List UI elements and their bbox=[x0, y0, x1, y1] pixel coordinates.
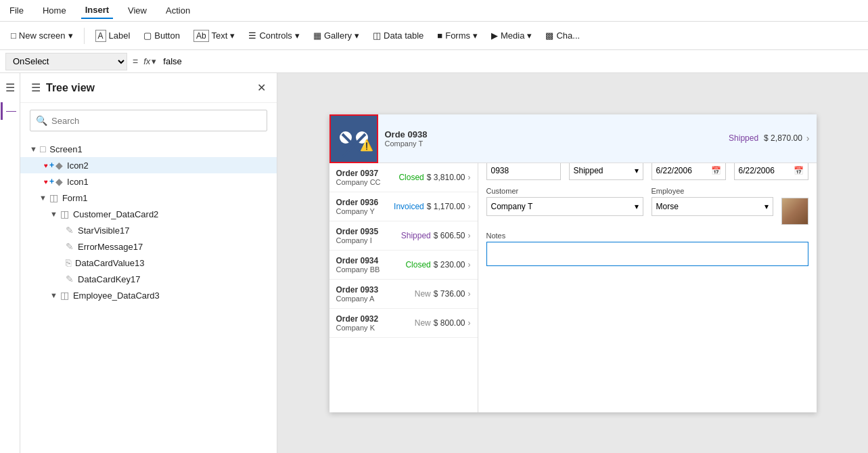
order-list-item-0936[interactable]: Order 0936 Company Y Invoiced $ 1,170.00… bbox=[329, 192, 478, 221]
employee-expand-icon: ▼ bbox=[50, 291, 58, 299]
warning-triangle-icon: ⚠️ bbox=[360, 139, 373, 152]
order-status-0936: Invoiced bbox=[394, 202, 424, 211]
menu-view[interactable]: View bbox=[124, 3, 151, 18]
forms-chevron-icon: ▾ bbox=[473, 30, 478, 41]
badge-heart-icon: ♥ bbox=[44, 162, 48, 169]
tree-item-datacardvalue13[interactable]: ⎘ DataCardValue13 bbox=[20, 255, 277, 271]
order-amount-0935: $ 606.50 bbox=[434, 231, 465, 240]
customer-control[interactable]: Company T ▾ bbox=[486, 197, 643, 216]
order-chevron-0934: › bbox=[468, 260, 471, 269]
tree-item-customer-datacard2[interactable]: ▼ ◫ Customer_DataCard2 bbox=[20, 206, 277, 222]
employee-photo bbox=[781, 198, 808, 225]
status-chevron-icon: ▾ bbox=[635, 166, 639, 175]
main-area: ☰ ⸻ ☰ Tree view ✕ 🔍 ▼ □ Screen1 bbox=[0, 73, 868, 453]
paid-date-control[interactable]: 6/22/2006 📅 bbox=[734, 161, 808, 180]
layers-icon[interactable]: ⸻ bbox=[1, 102, 19, 120]
menu-bar: File Home Insert View Action bbox=[0, 0, 868, 22]
tree-item-icon2[interactable]: ♥ + ◆ Icon2 bbox=[20, 157, 277, 173]
search-input[interactable] bbox=[51, 116, 261, 126]
tree-view: ▼ □ Screen1 ♥ + ◆ Icon2 ♥ + bbox=[20, 138, 277, 453]
data-table-button[interactable]: ◫ Data table bbox=[367, 28, 429, 43]
order-status-control[interactable]: Shipped ▾ bbox=[569, 161, 643, 180]
notes-input[interactable] bbox=[486, 242, 808, 266]
selected-icon-overlay: ⚠️ bbox=[329, 114, 378, 163]
paid-calendar-icon: 📅 bbox=[794, 166, 804, 175]
order-chevron-0933: › bbox=[468, 289, 471, 299]
tree-item-errormessage17[interactable]: ✎ ErrorMessage17 bbox=[20, 238, 277, 255]
selected-order-company: Company T bbox=[385, 139, 729, 148]
gallery-button[interactable]: ▦ Gallery ▾ bbox=[308, 28, 365, 43]
order-amount-0936: $ 1,170.00 bbox=[427, 202, 465, 211]
order-list-item-0937[interactable]: Order 0937 Company CC Closed $ 3,810.00 … bbox=[329, 163, 478, 192]
formula-select[interactable]: OnSelect bbox=[5, 53, 127, 70]
screen-icon: □ bbox=[40, 144, 45, 154]
customer-chevron-icon: ▾ bbox=[635, 202, 639, 211]
order-status-0937: Closed bbox=[398, 173, 424, 182]
badge-plus-icon: + bbox=[49, 160, 54, 170]
formula-bar: OnSelect = fx ▾ bbox=[0, 50, 868, 73]
charts-icon: ▩ bbox=[545, 30, 553, 41]
tree-item-employee-datacard3[interactable]: ▼ ◫ Employee_DataCard3 bbox=[20, 287, 277, 303]
customer-expand-icon: ▼ bbox=[50, 210, 58, 218]
order-chevron-0937: › bbox=[468, 173, 471, 182]
badge-plus2-icon: + bbox=[49, 177, 54, 186]
sidebar: ☰ Tree view ✕ 🔍 ▼ □ Screen1 ♥ + bbox=[20, 73, 277, 453]
hamburger-icon[interactable]: ☰ bbox=[3, 79, 18, 97]
datacardkey-icon: ✎ bbox=[66, 274, 74, 284]
icon1-icon: ◆ bbox=[55, 176, 63, 187]
button-button[interactable]: ▢ Button bbox=[138, 28, 185, 43]
menu-insert[interactable]: Insert bbox=[81, 2, 113, 19]
form-field-customer: Customer Company T ▾ bbox=[486, 187, 643, 225]
label-icon: A bbox=[95, 30, 106, 42]
selected-order-row[interactable]: Orde 0938 Company T Shipped $ 2,870.00 › bbox=[378, 114, 817, 163]
tree-item-form1[interactable]: ▼ ◫ Form1 bbox=[20, 190, 277, 206]
search-icon: 🔍 bbox=[36, 115, 47, 126]
icon2-badge: ♥ + bbox=[44, 160, 54, 170]
order-chevron-0932: › bbox=[468, 318, 471, 328]
badge-heart2-icon: ♥ bbox=[44, 178, 48, 186]
menu-action[interactable]: Action bbox=[162, 3, 194, 18]
controls-button[interactable]: ☰ Controls ▾ bbox=[243, 28, 304, 43]
form-field-notes: Notes bbox=[486, 232, 808, 268]
order-list-item-0934[interactable]: Order 0934 Company BB Closed $ 230.00 › bbox=[329, 251, 478, 280]
gallery-icon: ▦ bbox=[313, 30, 321, 41]
controls-icon: ☰ bbox=[248, 30, 256, 41]
tree-item-starvisible17[interactable]: ✎ StarVisible17 bbox=[20, 222, 277, 238]
label-button[interactable]: A Label bbox=[90, 27, 136, 45]
tree-item-datacardkey17[interactable]: ✎ DataCardKey17 bbox=[20, 271, 277, 287]
sidebar-title: Tree view bbox=[46, 82, 95, 94]
icon2-icon: ◆ bbox=[55, 160, 63, 171]
expand-placeholder bbox=[39, 177, 41, 186]
sidebar-hamburger-icon[interactable]: ☰ bbox=[31, 81, 41, 94]
tree-item-icon1[interactable]: ♥ + ◆ Icon1 bbox=[20, 173, 277, 190]
sidebar-close-icon[interactable]: ✕ bbox=[257, 81, 266, 94]
app-order-list: Order 0937 Company CC Closed $ 3,810.00 … bbox=[329, 163, 478, 412]
order-amount-0934: $ 230.00 bbox=[434, 260, 465, 269]
forms-button[interactable]: ■ Forms ▾ bbox=[432, 28, 483, 43]
order-list-item-0935[interactable]: Order 0935 Company I Shipped $ 606.50 › bbox=[329, 221, 478, 251]
controls-chevron-icon: ▾ bbox=[295, 30, 300, 41]
new-screen-icon: □ bbox=[11, 30, 16, 41]
formula-input[interactable] bbox=[159, 53, 863, 70]
order-list-item-0933[interactable]: Order 0933 Company A New $ 736.00 › bbox=[329, 280, 478, 309]
employee-photo-img bbox=[782, 198, 808, 224]
employee-control[interactable]: Morse ▾ bbox=[652, 197, 773, 216]
sidebar-header: ☰ Tree view ✕ bbox=[20, 73, 277, 103]
datacardvalue-icon: ⎘ bbox=[66, 257, 71, 268]
order-info-0932: Order 0932 Company K bbox=[336, 314, 415, 332]
formula-fx-label: fx ▾ bbox=[143, 56, 156, 66]
tree-item-screen1[interactable]: ▼ □ Screen1 bbox=[20, 141, 277, 157]
starvisible-icon: ✎ bbox=[66, 225, 74, 236]
employee-datacard-icon: ◫ bbox=[60, 290, 69, 301]
charts-button[interactable]: ▩ Cha... bbox=[540, 28, 585, 43]
order-status-0935: Shipped bbox=[401, 231, 431, 240]
text-button[interactable]: Ab Text ▾ bbox=[188, 27, 241, 45]
menu-file[interactable]: File bbox=[5, 3, 28, 18]
order-date-control[interactable]: 6/22/2006 📅 bbox=[652, 161, 726, 180]
menu-home[interactable]: Home bbox=[39, 3, 70, 18]
canvas-area: ⚠️ Orde 0938 Company T Shipped $ 2,870.0… bbox=[277, 73, 868, 453]
order-list-item-0932[interactable]: Order 0932 Company K New $ 800.00 › bbox=[329, 309, 478, 338]
new-screen-button[interactable]: □ New screen ▾ bbox=[5, 28, 78, 43]
media-button[interactable]: ▶ Media ▾ bbox=[486, 28, 537, 43]
selected-order-num: Orde 0938 bbox=[385, 129, 729, 139]
